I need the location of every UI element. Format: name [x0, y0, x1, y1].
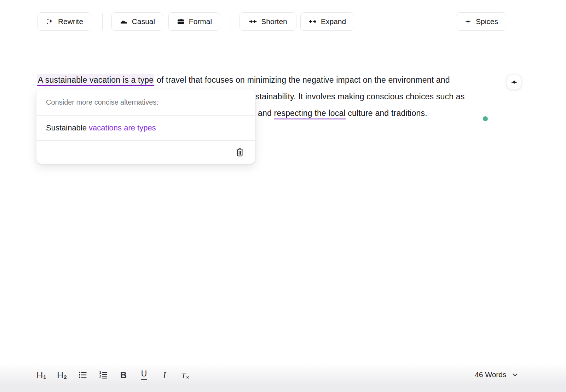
toolbar-divider [102, 13, 103, 30]
shorten-button[interactable]: Shorten [239, 12, 296, 31]
expand-label: Expand [321, 17, 346, 26]
arrows-inward-icon [249, 17, 257, 26]
italic-button[interactable]: I [160, 369, 169, 380]
editor-line-1-text: of travel that focuses on minimizing the… [154, 75, 450, 84]
editor-line-3[interactable]: and respecting the local culture and tra… [258, 105, 427, 122]
bullet-list-button[interactable] [77, 369, 87, 380]
formal-button[interactable]: Formal [168, 12, 220, 31]
clear-formatting-button[interactable]: T× [180, 369, 190, 380]
suggestion-popup-header-text: Consider more concise alternatives: [46, 98, 158, 106]
underline-icon: U [141, 370, 147, 380]
editor-page: Rewrite Casual Formal Shorten [0, 0, 566, 392]
editor-line-1[interactable]: A sustainable vacation is a type of trav… [37, 72, 450, 88]
suggestion-popup: Consider more concise alternatives: Sust… [36, 89, 255, 164]
bullet-list-icon [78, 370, 87, 380]
underline-button[interactable]: U [139, 369, 149, 380]
editor-line-2[interactable]: stainability. It involves making conscio… [255, 88, 465, 105]
inline-rewrite-button[interactable] [507, 75, 521, 89]
heading1-icon: H1 [36, 371, 46, 380]
heading2-button[interactable]: H2 [57, 369, 67, 380]
arrows-outward-icon [308, 17, 317, 26]
dismiss-suggestion-button[interactable] [234, 146, 246, 158]
expand-button[interactable]: Expand [300, 12, 354, 31]
suggestion-text-plain: Sustainable [46, 123, 89, 132]
rewritten-phrase-highlight[interactable]: A sustainable vacation is a type [37, 74, 154, 86]
sneaker-icon [120, 17, 128, 26]
spices-button[interactable]: Spices [456, 12, 506, 31]
svg-text:1: 1 [99, 370, 101, 374]
heading1-button[interactable]: H1 [36, 369, 46, 380]
editor-line-3-pre: and [258, 109, 274, 118]
suggestion-underlined-phrase[interactable]: respecting the local [274, 109, 346, 119]
bold-icon: B [120, 371, 127, 380]
four-point-star-icon [510, 78, 518, 86]
formatting-toolbar: H1 H2 1 2 [36, 369, 190, 380]
briefcase-icon [177, 17, 185, 26]
numbered-list-icon: 1 2 [98, 370, 108, 380]
numbered-list-button[interactable]: 1 2 [98, 369, 108, 380]
suggestion-text-alternative: vacations are types [89, 123, 156, 132]
formal-label: Formal [189, 17, 212, 26]
suggestion-popup-header: Consider more concise alternatives: [36, 89, 255, 116]
chevron-down-icon [512, 371, 518, 378]
sparkles-icon [46, 17, 54, 26]
suggestion-popup-footer [36, 141, 255, 164]
word-count-label: 46 Words [475, 370, 507, 379]
casual-button[interactable]: Casual [111, 12, 163, 31]
shorten-label: Shorten [261, 17, 287, 26]
suggestion-option[interactable]: Sustainable vacations are types [36, 116, 255, 141]
suggestion-text: Sustainable vacations are types [46, 123, 156, 133]
collaborator-cursor-dot [483, 116, 488, 121]
bold-button[interactable]: B [119, 369, 128, 380]
italic-icon: I [163, 371, 166, 380]
heading2-icon: H2 [57, 371, 67, 380]
clear-formatting-icon: T× [181, 371, 189, 380]
four-point-star-icon [464, 18, 472, 25]
editor-line-3-post: culture and traditions. [346, 109, 427, 118]
rewrite-label: Rewrite [58, 17, 83, 26]
svg-text:2: 2 [99, 375, 101, 379]
trash-icon [235, 147, 244, 157]
rewrite-button[interactable]: Rewrite [37, 12, 91, 31]
spices-label: Spices [476, 17, 498, 26]
word-count-control[interactable]: 46 Words [475, 370, 518, 379]
toolbar-divider [231, 13, 231, 30]
casual-label: Casual [132, 17, 155, 26]
editor-line-2-text: stainability. It involves making conscio… [255, 92, 465, 101]
